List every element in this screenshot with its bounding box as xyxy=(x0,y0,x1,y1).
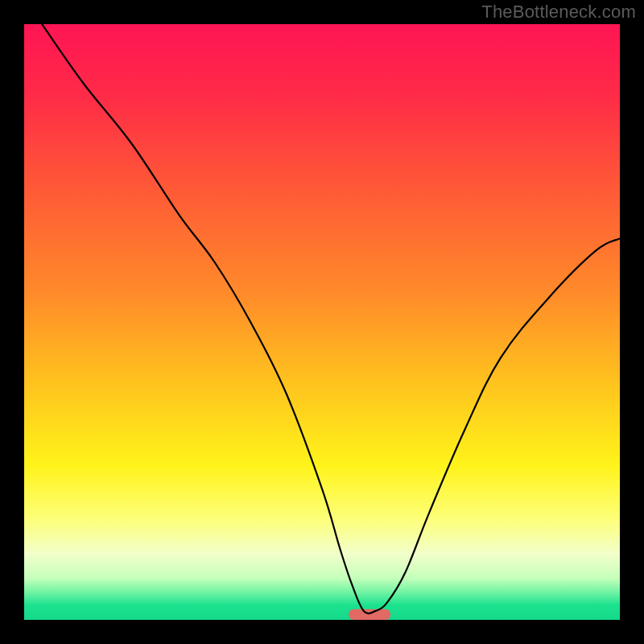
bottleneck-marker xyxy=(349,609,390,620)
watermark-text: TheBottleneck.com xyxy=(481,2,636,23)
outer-frame: TheBottleneck.com xyxy=(0,0,644,644)
chart-svg xyxy=(24,24,620,620)
chart-area xyxy=(24,24,620,620)
chart-background xyxy=(24,24,620,620)
